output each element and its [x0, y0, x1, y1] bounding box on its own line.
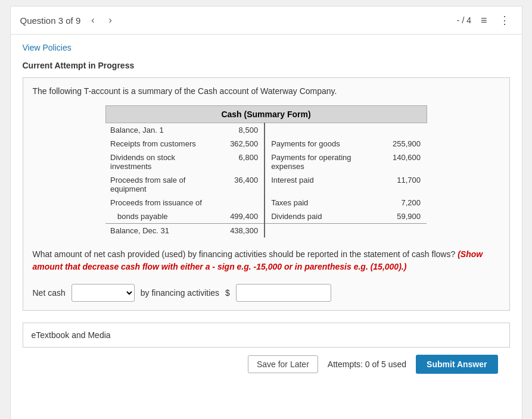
credit-label	[265, 123, 385, 137]
dollar-sign: $	[225, 288, 230, 298]
credit-label: Interest paid	[265, 173, 385, 196]
debit-label: Balance, Jan. 1	[105, 123, 223, 137]
debit-label: Proceeds from sale of equipment	[105, 173, 223, 196]
top-bar: Question 3 of 9 ‹ › - / 4 ≡ ⋮	[11, 7, 522, 35]
debit-label: bonds payable	[105, 210, 223, 224]
answer-row: Net cash provided used by financing acti…	[33, 284, 500, 302]
credit-amount: 11,700	[385, 173, 427, 196]
debit-amount: 36,400	[223, 173, 265, 196]
credit-label: Taxes paid	[265, 196, 385, 210]
list-icon-button[interactable]: ≡	[478, 13, 490, 28]
attempts-text: Attempts: 0 of 5 used	[328, 359, 406, 369]
save-later-button[interactable]: Save for Later	[248, 355, 318, 373]
table-row: Proceeds from sale of equipment 36,400 I…	[105, 173, 427, 196]
debit-amount: 6,800	[223, 151, 265, 173]
etextbook-box: eTextbook and Media	[23, 323, 510, 348]
question-box: The following T-account is a summary of …	[23, 77, 510, 311]
credit-label: Dividends paid	[265, 210, 385, 224]
table-row: Proceeds from issuance of Taxes paid 7,2…	[105, 196, 427, 210]
credit-amount: 7,200	[385, 196, 427, 210]
credit-label	[265, 224, 385, 238]
credit-amount: 255,900	[385, 137, 427, 151]
t-account-title: Cash (Summary Form)	[105, 106, 427, 123]
view-policies-link[interactable]: View Policies	[23, 43, 71, 52]
credit-amount: 140,600	[385, 151, 427, 173]
debit-label: Dividends on stock investments	[105, 151, 223, 173]
debit-amount: 8,500	[223, 123, 265, 137]
credit-amount	[385, 123, 427, 137]
debit-label: Balance, Dec. 31	[105, 224, 223, 238]
debit-amount: 438,300	[223, 224, 265, 238]
net-cash-dropdown[interactable]: provided used	[71, 284, 135, 302]
etextbook-label: eTextbook and Media	[32, 330, 111, 340]
amount-input[interactable]	[236, 284, 331, 302]
prev-button[interactable]: ‹	[88, 14, 98, 27]
debit-label: Proceeds from issuance of	[105, 196, 223, 210]
table-row: Dividends on stock investments 6,800 Pay…	[105, 151, 427, 173]
table-row: bonds payable 499,400 Dividends paid 59,…	[105, 210, 427, 224]
question-label: Question 3 of 9	[20, 15, 81, 26]
debit-amount: 362,500	[223, 137, 265, 151]
table-row: Balance, Jan. 1 8,500	[105, 123, 427, 137]
credit-amount: 59,900	[385, 210, 427, 224]
question-text-normal: What amount of net cash provided (used) …	[33, 249, 456, 259]
table-row: Receipts from customers 362,500 Payments…	[105, 137, 427, 151]
debit-amount	[223, 196, 265, 210]
top-bar-right: - / 4 ≡ ⋮	[457, 12, 512, 28]
credit-amount	[385, 224, 427, 238]
score-display: - / 4	[457, 15, 471, 25]
credit-label: Payments for operating expenses	[265, 151, 385, 173]
bottom-bar: Save for Later Attempts: 0 of 5 used Sub…	[23, 348, 510, 381]
by-financing-label: by financing activities	[141, 288, 219, 298]
debit-label: Receipts from customers	[105, 137, 223, 151]
t-account-table: Cash (Summary Form) Balance, Jan. 1 8,50…	[105, 105, 427, 237]
top-bar-left: Question 3 of 9 ‹ ›	[20, 14, 116, 27]
content-area: View Policies Current Attempt in Progres…	[11, 35, 522, 389]
question-intro: The following T-account is a summary of …	[33, 86, 500, 96]
net-cash-label: Net cash	[33, 288, 66, 298]
table-row: Balance, Dec. 31 438,300	[105, 224, 427, 238]
more-options-button[interactable]: ⋮	[497, 12, 512, 28]
next-button[interactable]: ›	[105, 14, 116, 27]
attempt-label: Current Attempt in Progress	[23, 61, 510, 70]
debit-amount: 499,400	[223, 210, 265, 224]
page-container: Question 3 of 9 ‹ › - / 4 ≡ ⋮ View Polic…	[10, 6, 522, 419]
question-text: What amount of net cash provided (used) …	[33, 248, 500, 273]
credit-label: Payments for goods	[265, 137, 385, 151]
submit-answer-button[interactable]: Submit Answer	[416, 355, 497, 374]
